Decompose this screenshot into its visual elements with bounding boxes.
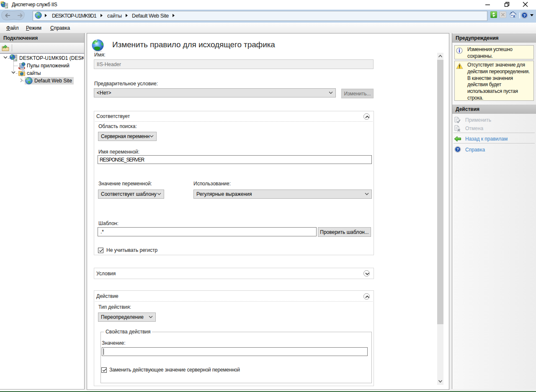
svg-text:?: ? bbox=[523, 13, 526, 18]
svg-text:?: ? bbox=[456, 147, 459, 151]
